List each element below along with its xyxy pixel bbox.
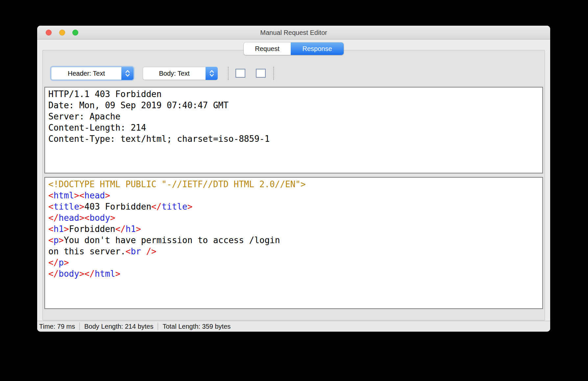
status-item: Total Length: 359 bytes (162, 323, 231, 330)
response-panel: Header: Text Body: Text (42, 50, 545, 320)
response-headers-textarea[interactable]: HTTP/1.1 403 ForbiddenDate: Mon, 09 Sep … (44, 87, 543, 173)
body-line: <html><head> (48, 190, 539, 201)
chevron-updown-icon (121, 67, 134, 80)
status-separator (158, 323, 158, 330)
toggle-body-pane-button[interactable] (256, 69, 266, 78)
status-separator (79, 323, 80, 330)
tab-response[interactable]: Response (291, 42, 344, 55)
toolbar-separator (273, 67, 274, 80)
window-title: Manual Request Editor (37, 26, 550, 39)
header-view-select[interactable]: Header: Text (51, 67, 134, 80)
body-line: on this server.<br /> (48, 246, 539, 257)
header-line: HTTP/1.1 403 Forbidden (48, 89, 539, 100)
status-bar: Time: 79 msBody Length: 214 bytesTotal L… (37, 321, 550, 332)
response-toolbar: Header: Text Body: Text (43, 67, 545, 80)
request-response-tabs: Request Response (244, 42, 344, 55)
body-line: <p>You don't have permission to access /… (48, 235, 539, 246)
body-line: </head><body> (48, 212, 539, 223)
body-line: </p> (48, 257, 539, 268)
body-view-select-value: Body: Text (143, 67, 206, 80)
response-body-textarea[interactable]: <!DOCTYPE HTML PUBLIC "-//IETF//DTD HTML… (44, 177, 543, 309)
header-line: Content-Length: 214 (48, 122, 539, 133)
body-line: </body></html> (48, 268, 539, 279)
manual-request-editor-window: Manual Request Editor Request Response H… (37, 26, 550, 332)
toolbar-separator (228, 67, 229, 80)
status-item: Body Length: 214 bytes (84, 323, 153, 330)
tab-request[interactable]: Request (244, 42, 291, 55)
header-view-select-value: Header: Text (51, 67, 121, 80)
chevron-updown-icon (206, 67, 218, 80)
body-line: <h1>Forbidden</h1> (48, 223, 539, 235)
window-titlebar: Manual Request Editor (37, 26, 550, 39)
header-line: Content-Type: text/html; charset=iso-885… (48, 133, 539, 144)
status-item: Time: 79 ms (39, 323, 75, 330)
header-line: Server: Apache (48, 111, 539, 122)
body-line: <!DOCTYPE HTML PUBLIC "-//IETF//DTD HTML… (48, 179, 539, 190)
desktop: { "window": { "title": "Manual Request E… (0, 0, 588, 381)
body-line: <title>403 Forbidden</title> (48, 201, 539, 212)
toggle-header-pane-button[interactable] (235, 69, 245, 78)
header-line: Date: Mon, 09 Sep 2019 07:40:47 GMT (48, 100, 539, 111)
body-view-select[interactable]: Body: Text (143, 67, 218, 80)
